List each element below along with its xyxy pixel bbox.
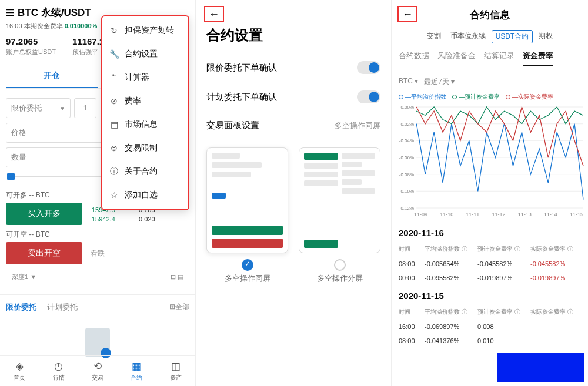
funding-rate-chart: 0.00%-0.02%-0.04%-0.06%-0.08%-0.10%-0.12…	[392, 105, 588, 210]
overlay-box	[497, 353, 584, 382]
section-value: 多空操作同屏	[335, 120, 380, 131]
book-display-toggle[interactable]: ⊟ ▤	[171, 273, 183, 281]
sell-button[interactable]: 卖出开空	[6, 242, 82, 264]
section-label: 交易面板设置	[206, 120, 259, 131]
date-header: 2020-11-16	[392, 222, 588, 241]
swap-icon: ⟲	[93, 360, 102, 372]
layout-option-combined[interactable]: 多空操作同屏	[206, 147, 288, 284]
range-filter[interactable]: 最近7天 ▾	[424, 77, 455, 87]
menu-icon: ⓘ	[109, 166, 119, 177]
menu-item[interactable]: ⊜交易限制	[101, 136, 189, 160]
flame-icon: ◈	[16, 360, 24, 372]
legend-item: —平均溢价指数	[399, 93, 446, 101]
arrow-left-icon: ←	[402, 8, 413, 21]
coin-filter[interactable]: BTC ▾	[399, 77, 418, 87]
menu-item[interactable]: ▤市场信息	[101, 113, 189, 136]
nav-assets[interactable]: ◫资产	[156, 356, 195, 386]
table-header: 时间平均溢价指数 ⓘ预计资金费率 ⓘ实际资金费率 ⓘ	[392, 241, 588, 257]
sub-tab[interactable]: 结算记录	[484, 51, 514, 66]
layout-option-split[interactable]: 多空操作分屏	[299, 147, 380, 284]
list-icon: ☰	[6, 7, 14, 18]
wallet-icon: ◫	[171, 360, 181, 372]
type-tab[interactable]: USDT合约	[492, 30, 533, 43]
tab-open[interactable]: 开仓	[6, 65, 98, 88]
table-header: 时间平均溢价指数 ⓘ预计资金费率 ⓘ实际资金费率 ⓘ	[392, 304, 588, 320]
page-title: 合约信息	[470, 9, 510, 21]
menu-icon: 🗒	[109, 73, 119, 82]
side-label: 看跌	[91, 249, 105, 259]
table-row: 16:00-0.069897%0.008	[392, 320, 588, 334]
plan-confirm-toggle[interactable]	[357, 90, 380, 103]
type-tab[interactable]: 期权	[535, 30, 556, 43]
equity-stat: 97.2065 账户总权益USDT	[6, 36, 56, 56]
svg-text:0.00%: 0.00%	[400, 105, 414, 110]
nav-trade[interactable]: ⟲交易	[78, 356, 117, 386]
menu-item[interactable]: 🔧合约设置	[101, 42, 189, 66]
contract-icon: ▦	[132, 360, 141, 372]
menu-icon: ▤	[109, 120, 119, 129]
buy-button[interactable]: 买入开多	[6, 203, 82, 225]
date-header: 2020-11-15	[392, 285, 588, 304]
allow-short-label: 可开空 -- BTC	[6, 230, 189, 240]
radio-off-icon	[334, 259, 346, 271]
limit-confirm-toggle[interactable]	[357, 61, 380, 74]
liq-stat: 11167.1 预估强平	[72, 36, 104, 56]
setting-label: 限价委托下单确认	[206, 62, 277, 73]
empty-orders-icon	[85, 328, 110, 357]
menu-icon: ↻	[109, 26, 119, 35]
nav-home[interactable]: ◈首页	[0, 356, 39, 386]
table-row: 08:00-0.041376%0.010	[392, 334, 588, 348]
back-button[interactable]: ←	[204, 6, 224, 22]
table-row: 08:00-0.005654%-0.045582%-0.045582%	[392, 257, 588, 271]
sub-tab[interactable]: 资金费率	[523, 51, 553, 66]
menu-item[interactable]: ↻担保资产划转	[101, 19, 189, 42]
back-button[interactable]: ←	[397, 6, 417, 22]
menu-item[interactable]: ⊘费率	[101, 89, 189, 113]
menu-item[interactable]: 🗒计算器	[101, 66, 189, 89]
orders-tab-plan[interactable]: 计划委托	[47, 302, 78, 313]
svg-text:-0.12%: -0.12%	[399, 206, 414, 210]
nav-futures[interactable]: ▦合约	[117, 356, 156, 386]
menu-icon: ⊘	[109, 96, 119, 106]
orders-all-link[interactable]: ⊞全部	[169, 302, 189, 313]
nav-markets[interactable]: ◷行情	[39, 356, 78, 386]
orderbook-row: 15942.40.020	[92, 214, 155, 224]
menu-icon: 🔧	[109, 49, 119, 59]
type-tab[interactable]: 币本位永续	[447, 30, 489, 43]
legend-item: —预计资金费率	[452, 93, 500, 101]
type-tab[interactable]: 交割	[423, 30, 445, 43]
svg-text:-0.10%: -0.10%	[399, 189, 414, 194]
page-title: 合约设置	[196, 22, 391, 53]
table-row: 00:00-0.095582%-0.019897%-0.019897%	[392, 271, 588, 285]
compass-icon: ◷	[54, 360, 63, 372]
radio-on-icon	[242, 259, 253, 271]
overflow-menu: ↻担保资产划转🔧合约设置🗒计算器⊘费率▤市场信息⊜交易限制ⓘ关于合约☆添加自选	[101, 15, 189, 210]
order-type-select[interactable]: 限价委托▼	[6, 98, 71, 118]
chevron-down-icon: ▼	[59, 105, 65, 112]
sub-tab[interactable]: 合约数据	[399, 51, 429, 66]
arrow-left-icon: ←	[209, 8, 219, 21]
svg-text:-0.04%: -0.04%	[399, 138, 414, 143]
sub-tab[interactable]: 风险准备金	[437, 51, 476, 66]
svg-text:-0.06%: -0.06%	[399, 155, 414, 160]
menu-icon: ⊜	[109, 143, 119, 153]
pair-label: BTC 永续/USDT	[18, 6, 91, 19]
menu-item[interactable]: ☆添加自选	[101, 183, 189, 207]
menu-item[interactable]: ⓘ关于合约	[101, 160, 189, 183]
leverage-box[interactable]: 1	[74, 98, 96, 118]
orders-tab-limit[interactable]: 限价委托	[6, 302, 36, 313]
depth-select[interactable]: 深度1 ▼	[12, 273, 36, 281]
menu-icon: ☆	[109, 190, 119, 200]
legend-item: —实际资金费率	[506, 93, 553, 101]
setting-label: 计划委托下单确认	[206, 92, 277, 103]
svg-text:-0.02%: -0.02%	[399, 122, 414, 127]
svg-text:-0.08%: -0.08%	[399, 172, 414, 177]
